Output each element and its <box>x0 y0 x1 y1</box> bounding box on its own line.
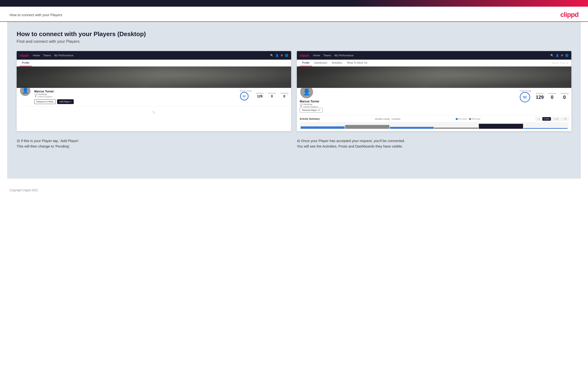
time-btn-1yr[interactable]: 1 yr <box>536 117 542 121</box>
chevron-down-icon-2: ▼ <box>566 62 569 64</box>
tab-dashboard-2[interactable]: Dashboard <box>312 60 329 66</box>
player-location-2: 📍 United Kingdom <box>300 106 318 108</box>
stat-following-label-1: Following <box>280 92 288 94</box>
activity-period: Monthly Activity · 6 Months <box>375 118 401 120</box>
nav-link-performance-2[interactable]: My Performance <box>334 54 354 57</box>
chart-bar-4 <box>434 128 478 129</box>
remove-player-button[interactable]: Remove Player ✕ <box>300 108 322 113</box>
activity-chart <box>300 122 569 129</box>
stat-following-label-2: Following <box>560 92 569 94</box>
stat-activities-1: Activities 129 <box>256 92 264 98</box>
user-icon-2[interactable]: 👤 <box>556 54 559 57</box>
player-handicap-1: 1-5 Handicap <box>34 93 237 95</box>
search-icon-1[interactable]: 🔍 <box>270 54 274 57</box>
banner-overlay-2 <box>297 67 571 88</box>
player-name-1: Marcus Turner <box>34 90 237 93</box>
globe-icon-1[interactable]: 🌐 <box>285 54 288 57</box>
step4-text: 4) Once your Player has accepted your re… <box>297 139 405 148</box>
stats-row-1: Player Quality 92 Activities 129 Followe… <box>240 90 288 100</box>
globe-icon-2[interactable]: 🌐 <box>565 54 569 57</box>
activity-legend: On course Off course <box>456 118 481 120</box>
edit-icon-1: ✎ <box>152 110 156 115</box>
activity-summary: Activity Summary Monthly Activity · 6 Mo… <box>297 115 571 131</box>
stat-activities-2: Activities 129 <box>536 92 544 100</box>
remove-player-label: Remove Player <box>302 109 317 111</box>
stat-following-value-2: 0 <box>560 94 569 100</box>
user-icon-1[interactable]: 👤 <box>276 54 279 57</box>
stat-following-value-1: 0 <box>280 94 288 98</box>
avatar-icon-2: 👤 <box>303 88 311 96</box>
quality-circle-2: 92 <box>520 92 530 102</box>
activity-header: Activity Summary Monthly Activity · 6 Mo… <box>300 117 569 121</box>
legend-off-course: Off course <box>469 118 481 120</box>
stat-activities-value-1: 129 <box>256 94 264 98</box>
app-nav-icons-2: 🔍 👤 ⚙ 🌐 <box>550 54 569 57</box>
nav-link-home-2[interactable]: Home <box>313 54 320 57</box>
stat-following-1: Following 0 <box>280 92 288 98</box>
time-btn-6mths[interactable]: 6 mths <box>542 117 551 121</box>
stat-followers-value-1: 0 <box>268 94 276 98</box>
tab-what-to-work-on-2[interactable]: What To Work On <box>345 60 370 66</box>
request-follow-button-1[interactable]: Request to Follow <box>34 99 56 104</box>
player-handicap-2: 1-5 Handicap <box>300 103 312 106</box>
nav-link-teams-2[interactable]: Teams <box>323 54 331 57</box>
tab-profile-2[interactable]: Profile <box>300 60 312 66</box>
profile-info-1: 👤 Marcus Turner 1-5 Handicap 📍 United Ki… <box>17 88 291 106</box>
activity-title: Activity Summary <box>300 117 320 120</box>
chart-bar-6 <box>524 128 568 129</box>
stat-activities-label-2: Activities <box>536 92 544 94</box>
banner-overlay-1 <box>17 67 291 88</box>
profile-left-2: 👤 Marcus Turner 1-5 Handicap 📍 United Ki… <box>300 90 322 113</box>
app-nav-1: clippd Home Teams My Performance 🔍 👤 ⚙ 🌐 <box>17 51 291 60</box>
stat-followers-value-2: 0 <box>548 94 556 100</box>
steps-row: 3) If this is your Player tap, 'Add Play… <box>17 138 571 149</box>
chart-bar-2 <box>345 125 389 129</box>
settings-icon-1[interactable]: ⚙ <box>281 54 283 57</box>
top-bar <box>0 0 588 7</box>
stats-row-2: Player Quality 92 Activities 129 Followe… <box>520 90 569 102</box>
tab-activities-2[interactable]: Activities <box>329 60 345 66</box>
app-nav-logo-2: clippd <box>300 54 309 57</box>
profile-banner-2 <box>297 67 571 88</box>
screenshot-card-1: clippd Home Teams My Performance 🔍 👤 ⚙ 🌐… <box>17 51 291 131</box>
stat-followers-label-1: Followers <box>268 92 276 94</box>
legend-dot-on <box>456 118 458 120</box>
time-btn-1mth[interactable]: 1 mth <box>561 117 569 121</box>
profile-info-2: 👤 Marcus Turner 1-5 Handicap 📍 United Ki… <box>297 88 571 115</box>
chart-bar-5 <box>479 124 523 129</box>
user-dropdown-2[interactable]: Marcus Turner ▼ <box>552 62 569 64</box>
location-pin-icon-2: 📍 <box>300 106 302 108</box>
nav-link-teams-1[interactable]: Teams <box>43 54 51 57</box>
chart-bar-1 <box>301 126 345 129</box>
tab-profile-1[interactable]: Profile <box>19 60 32 66</box>
stat-quality-label-1: Player Quality <box>240 90 252 92</box>
step3-text: 3) If this is your Player tap, 'Add Play… <box>17 139 80 148</box>
avatar-icon-1: 👤 <box>22 88 28 94</box>
step3-description: 3) If this is your Player tap, 'Add Play… <box>17 138 291 149</box>
page-footer: Copyright Clippd 2022 <box>0 186 588 195</box>
page-header: How to connect with your Players clippd <box>0 7 588 22</box>
clippd-logo: clippd <box>560 11 579 18</box>
stat-followers-1: Followers 0 <box>268 92 276 98</box>
time-btn-3mths[interactable]: 3 mths <box>552 117 560 121</box>
settings-icon-2[interactable]: ⚙ <box>561 54 563 57</box>
screenshot1-bottom: ✎ <box>17 106 291 118</box>
profile-tabs-1: Profile <box>17 60 291 67</box>
main-title: How to connect with your Players (Deskto… <box>17 30 571 38</box>
action-buttons-1: Request to Follow Add Player + <box>34 99 237 104</box>
screenshots-row: clippd Home Teams My Performance 🔍 👤 ⚙ 🌐… <box>17 51 571 131</box>
nav-link-home-1[interactable]: Home <box>33 54 40 57</box>
stat-quality-2: Player Quality 92 <box>520 90 532 102</box>
search-icon-2[interactable]: 🔍 <box>550 54 554 57</box>
stat-followers-label-2: Followers <box>548 92 556 94</box>
remove-player-x-icon: ✕ <box>318 109 320 111</box>
profile-tabs-list-2: Profile Dashboard Activities What To Wor… <box>300 60 370 66</box>
time-filters: 1 yr 6 mths 3 mths 1 mth <box>536 117 569 121</box>
app-nav-links-2: Home Teams My Performance <box>313 54 550 57</box>
add-player-button-1[interactable]: Add Player + <box>57 99 74 104</box>
nav-link-performance-1[interactable]: My Performance <box>54 54 73 57</box>
legend-dot-off <box>469 118 471 120</box>
app-nav-links-1: Home Teams My Performance <box>33 54 270 57</box>
player-name-2: Marcus Turner <box>300 100 319 103</box>
stat-quality-1: Player Quality 92 <box>240 90 252 100</box>
